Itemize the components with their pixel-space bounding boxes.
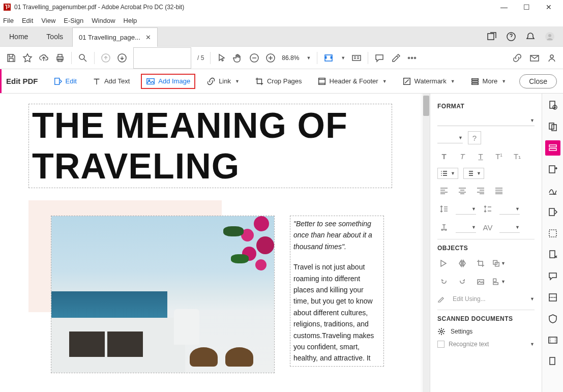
watermark-tool[interactable]: Watermark▼ bbox=[398, 75, 459, 88]
close-tab-icon[interactable]: ✕ bbox=[145, 34, 151, 41]
protect-icon[interactable] bbox=[545, 311, 560, 326]
hscale-value[interactable]: ▼ bbox=[456, 222, 476, 233]
line-spacing-button[interactable] bbox=[437, 202, 451, 216]
horizontal-scale-button[interactable] bbox=[437, 221, 451, 234]
paragraph-spacing-value[interactable]: ▼ bbox=[499, 203, 520, 215]
font-family-dropdown[interactable]: ▼ bbox=[437, 115, 535, 126]
replace-image-button[interactable] bbox=[474, 275, 487, 288]
sign-icon[interactable] bbox=[545, 183, 560, 198]
link-share-icon[interactable] bbox=[512, 53, 522, 63]
scan-ocr-icon[interactable] bbox=[545, 290, 560, 305]
media-icon[interactable] bbox=[545, 333, 560, 348]
header-footer-tool[interactable]: Header & Footer▼ bbox=[313, 75, 391, 88]
close-editpdf-button[interactable]: Close bbox=[519, 74, 557, 88]
compress-icon[interactable] bbox=[545, 247, 560, 262]
menu-edit[interactable]: Edit bbox=[22, 17, 33, 24]
page-number-input[interactable] bbox=[133, 47, 191, 69]
font-size-dropdown[interactable]: ▼ bbox=[437, 132, 463, 143]
right-panel-collapse[interactable]: ◀ bbox=[430, 228, 430, 248]
flip-vertical-button[interactable] bbox=[437, 257, 451, 270]
paragraph-spacing-button[interactable] bbox=[481, 202, 494, 216]
superscript-button[interactable]: T¹ bbox=[492, 149, 506, 163]
document-text-column[interactable]: "Better to see something once than hear … bbox=[290, 216, 384, 367]
create-pdf-icon[interactable] bbox=[545, 98, 560, 113]
prev-page-icon[interactable] bbox=[101, 53, 111, 63]
export-pdf-icon[interactable] bbox=[545, 162, 560, 177]
menu-file[interactable]: File bbox=[3, 17, 14, 24]
align-objects-button[interactable]: ▼ bbox=[492, 275, 506, 288]
recognize-text-checkbox[interactable]: Recognize text ▼ bbox=[437, 341, 535, 348]
zoom-level[interactable]: 86.8% bbox=[282, 54, 299, 62]
add-text-tool[interactable]: Add Text bbox=[88, 75, 134, 88]
settings-button[interactable]: Settings bbox=[437, 327, 535, 336]
vertical-scrollbar[interactable] bbox=[423, 94, 430, 392]
char-spacing-button[interactable]: AV bbox=[481, 221, 494, 234]
rotate-cw-button[interactable] bbox=[456, 275, 469, 288]
help-icon[interactable] bbox=[506, 32, 516, 42]
next-page-icon[interactable] bbox=[117, 53, 127, 63]
menu-esign[interactable]: E-Sign bbox=[64, 17, 83, 24]
minimize-button[interactable]: ― bbox=[493, 0, 515, 14]
comment-tool-icon[interactable] bbox=[545, 268, 560, 284]
close-window-button[interactable]: ✕ bbox=[538, 0, 560, 14]
email-icon[interactable] bbox=[529, 53, 540, 63]
color-picker[interactable]: ? bbox=[468, 131, 481, 144]
print-icon[interactable] bbox=[55, 53, 65, 63]
crop-pages-tool[interactable]: Crop Pages bbox=[251, 75, 306, 88]
send-comments-icon[interactable] bbox=[545, 226, 560, 241]
read-mode-icon[interactable] bbox=[351, 53, 362, 63]
link-tool[interactable]: Link▼ bbox=[202, 75, 244, 88]
align-center-button[interactable] bbox=[456, 184, 469, 197]
bold-button[interactable]: T bbox=[437, 149, 451, 163]
find-icon[interactable] bbox=[78, 53, 88, 63]
tab-document[interactable]: 01 Travelling_page... ✕ bbox=[72, 27, 158, 47]
align-left-button[interactable] bbox=[437, 184, 451, 197]
scrollbar-thumb[interactable] bbox=[423, 96, 429, 116]
document-canvas[interactable]: ▶ THE MEANING OF TRAVELING bbox=[0, 94, 430, 392]
save-icon[interactable] bbox=[6, 53, 16, 63]
combine-files-icon[interactable] bbox=[545, 119, 560, 134]
select-tool-icon[interactable] bbox=[217, 53, 227, 63]
edit-tool[interactable]: Edit bbox=[49, 75, 81, 88]
align-justify-button[interactable] bbox=[492, 184, 506, 197]
comment-icon[interactable] bbox=[374, 53, 384, 63]
more-tools-icon[interactable] bbox=[407, 53, 417, 63]
edit-pdf-icon[interactable] bbox=[545, 140, 560, 156]
document-heading[interactable]: THE MEANING OF TRAVELING bbox=[28, 104, 392, 188]
menu-window[interactable]: Window bbox=[92, 17, 115, 24]
cloud-upload-icon[interactable] bbox=[39, 53, 49, 63]
highlight-icon[interactable] bbox=[391, 53, 401, 63]
more-tool[interactable]: More▼ bbox=[466, 75, 511, 88]
maximize-button[interactable]: ☐ bbox=[515, 0, 538, 14]
add-image-tool[interactable]: Add Image bbox=[141, 74, 195, 89]
align-right-button[interactable] bbox=[474, 184, 487, 197]
numbered-list-button[interactable]: ▼ bbox=[463, 168, 484, 179]
bell-icon[interactable] bbox=[525, 32, 536, 42]
charspace-value[interactable]: ▼ bbox=[499, 222, 520, 233]
tab-tools[interactable]: Tools bbox=[37, 26, 72, 47]
flip-horizontal-button[interactable] bbox=[456, 257, 469, 270]
bullet-list-button[interactable]: ▼ bbox=[437, 168, 458, 179]
more-tools-strip-icon[interactable] bbox=[545, 354, 560, 369]
zoom-in-icon[interactable] bbox=[265, 53, 276, 63]
crop-object-button[interactable] bbox=[474, 257, 487, 270]
share-people-icon[interactable] bbox=[547, 53, 557, 63]
rotate-ccw-button[interactable] bbox=[437, 275, 451, 288]
arrange-button[interactable]: ▼ bbox=[492, 257, 506, 270]
menu-help[interactable]: Help bbox=[124, 17, 137, 24]
hand-tool-icon[interactable] bbox=[233, 53, 243, 63]
organize-pages-icon[interactable] bbox=[545, 204, 560, 220]
line-spacing-value[interactable]: ▼ bbox=[456, 203, 476, 215]
account-icon[interactable] bbox=[545, 32, 555, 42]
subscript-button[interactable]: T₁ bbox=[511, 149, 524, 163]
star-icon[interactable] bbox=[22, 53, 33, 63]
italic-button[interactable]: T bbox=[456, 149, 469, 163]
document-image[interactable] bbox=[51, 216, 275, 373]
app-switcher-icon[interactable] bbox=[487, 32, 497, 42]
edit-using-dropdown[interactable]: Edit Using... ▼ bbox=[437, 293, 535, 305]
underline-button[interactable]: T bbox=[474, 149, 487, 163]
tab-home[interactable]: Home bbox=[0, 26, 37, 47]
menu-view[interactable]: View bbox=[41, 17, 55, 24]
fit-width-icon[interactable] bbox=[323, 53, 334, 63]
zoom-out-icon[interactable] bbox=[249, 53, 259, 63]
